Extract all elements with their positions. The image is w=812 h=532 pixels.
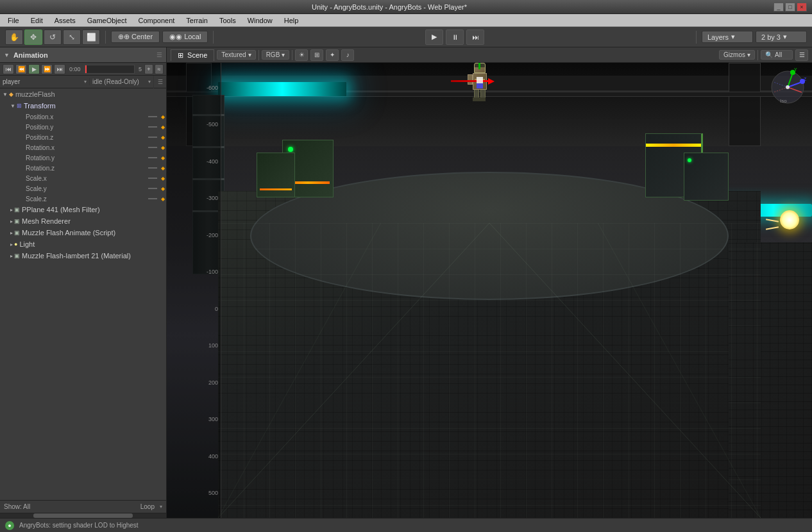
prop-rx-label: Rotation.x: [0, 144, 148, 151]
anim-play-button[interactable]: ▶: [28, 64, 40, 74]
scale-tool-button[interactable]: ⤡: [63, 29, 81, 45]
prop-position-y[interactable]: Position.y ◆: [0, 122, 166, 132]
player-arrow-icon: ▾: [84, 79, 87, 85]
anim-stepback-button[interactable]: ⏪: [15, 64, 27, 74]
tree-mesh-renderer[interactable]: ▸ ▣ Mesh Renderer: [0, 215, 166, 227]
prop-rx-kf-icon: ◆: [161, 145, 165, 151]
h-scrollbar-thumb[interactable]: [33, 513, 133, 518]
ruler-100-neg: -100: [167, 269, 221, 275]
scene-all-dropdown[interactable]: 🔍 All: [761, 50, 793, 60]
left-panel: ▼ Animation ☰ ⏮ ⏪ ▶ ⏩ ⏭ 0:00 5 + ≈ playe…: [0, 47, 167, 518]
menu-help[interactable]: Help: [279, 16, 304, 25]
status-icon: ●: [5, 521, 14, 530]
script-type-icon: ▣: [14, 229, 20, 236]
tree-script[interactable]: ▸ ▣ Muzzle Flash Animate (Script): [0, 227, 166, 238]
menu-component[interactable]: Component: [133, 16, 180, 25]
scene-grid-button[interactable]: ⊞: [310, 49, 323, 61]
ruler-500: 500: [167, 490, 221, 496]
gizmo-x-arrowhead: [488, 78, 495, 85]
anim-menu-icon[interactable]: ☰: [156, 51, 162, 58]
rotate-tool-button[interactable]: ↺: [44, 29, 62, 45]
minimize-button[interactable]: _: [774, 3, 784, 12]
anim-end-button[interactable]: ⏭: [54, 64, 65, 74]
tree-root[interactable]: ▼ ◆ muzzleFlash: [0, 88, 166, 100]
transform-arrow-icon: ▼: [10, 103, 15, 109]
menu-edit[interactable]: Edit: [26, 16, 48, 25]
center-button[interactable]: ⊕ ⊕ Center: [111, 31, 160, 43]
right-floor: [729, 242, 812, 518]
maximize-button[interactable]: □: [785, 3, 795, 12]
play-button[interactable]: ▶: [425, 29, 443, 45]
close-button[interactable]: ×: [797, 3, 807, 12]
prop-scale-x[interactable]: Scale.x ◆: [0, 173, 166, 183]
prop-position-x[interactable]: Position.x ◆: [0, 112, 166, 122]
prop-ry-label: Rotation.y: [0, 154, 148, 162]
scene-tab[interactable]: ⊞ Scene: [171, 49, 214, 61]
mesh-filter-type-icon: ▣: [14, 206, 20, 213]
ruler-0: 0: [167, 306, 221, 312]
gizmo-center-box: [477, 77, 483, 83]
layout-dropdown[interactable]: 2 by 3 ▾: [756, 31, 807, 43]
prop-sy-kf-icon: ◆: [161, 186, 165, 192]
scene-sun-button[interactable]: ☀: [295, 49, 308, 61]
prop-position-z[interactable]: Position.z ◆: [0, 132, 166, 142]
pause-button[interactable]: ⏸: [446, 29, 464, 45]
move-tool-button[interactable]: ✥: [24, 29, 42, 45]
prop-scale-y[interactable]: Scale.y ◆: [0, 183, 166, 194]
state-selector[interactable]: idle (Read-Only) ▾: [90, 78, 153, 85]
anim-stepfwd-button[interactable]: ⏩: [41, 64, 53, 74]
anim-collapse-icon[interactable]: ▼: [4, 52, 10, 58]
local-button[interactable]: ◉ ◉ Local: [162, 31, 208, 43]
rect-tool-button[interactable]: ⬜: [82, 29, 100, 45]
ruler-100: 100: [167, 342, 221, 349]
cargo-indicator-2: [688, 158, 691, 162]
gizmo-widget[interactable]: Y Z Iso: [768, 68, 807, 106]
scene-toolbar: ⊞ Scene Textured ▾ RGB ▾ ☀ ⊞ ✦ ♪ Gizmos …: [167, 47, 812, 63]
prop-sx-bar: [148, 178, 157, 179]
gizmos-arrow-icon: ▾: [747, 51, 750, 58]
menu-assets[interactable]: Assets: [49, 16, 81, 25]
all-label: All: [775, 51, 782, 58]
prop-sz-bar: [148, 198, 157, 199]
menu-tools[interactable]: Tools: [214, 16, 241, 25]
channel-dropdown[interactable]: RGB ▾: [262, 50, 290, 60]
hand-tool-button[interactable]: ✋: [5, 29, 23, 45]
prop-scale-z[interactable]: Scale.z ◆: [0, 194, 166, 204]
view-mode-dropdown[interactable]: Textured ▾: [217, 50, 255, 60]
scene-settings-button[interactable]: ☰: [795, 49, 808, 61]
menu-gameobject[interactable]: GameObject: [82, 16, 132, 25]
cargo-box-2: [257, 153, 295, 197]
h-scrollbar[interactable]: [0, 513, 166, 518]
settings-icon: ☰: [158, 79, 163, 85]
menu-file[interactable]: File: [3, 16, 24, 25]
tree-material[interactable]: ▸ ▣ Muzzle Flash-lambert 21 (Material): [0, 250, 166, 262]
scene-separator-2: [292, 50, 292, 60]
anim-add-keyframe-button[interactable]: +: [144, 64, 153, 74]
tree-mesh-filter[interactable]: ▸ ▣ PPlane 441 (Mesh Filter): [0, 204, 166, 215]
tree-transform[interactable]: ▼ ⊞ Transform: [0, 100, 166, 112]
anim-add-curve-button[interactable]: ≈: [155, 64, 164, 74]
sun-indicator: [780, 210, 799, 229]
menu-window[interactable]: Window: [242, 16, 278, 25]
gizmos-dropdown[interactable]: Gizmos ▾: [719, 50, 755, 60]
prop-rotation-x[interactable]: Rotation.x ◆: [0, 142, 166, 153]
cargo-indicator-1: [288, 147, 293, 152]
scene-audio-button[interactable]: ♪: [341, 49, 354, 61]
prop-rotation-z[interactable]: Rotation.z ◆: [0, 163, 166, 173]
prop-sx-kf-icon: ◆: [161, 176, 165, 181]
status-message: AngryBots: setting shader LOD to Highest: [19, 522, 139, 529]
tree-light[interactable]: ▸ ● Light: [0, 238, 166, 250]
anim-rewind-button[interactable]: ⏮: [3, 64, 14, 74]
menu-terrain[interactable]: Terrain: [181, 16, 213, 25]
gizmo-x-arrow: [451, 80, 489, 82]
window-controls[interactable]: _ □ ×: [774, 3, 807, 12]
center-icon: ⊕: [118, 33, 124, 41]
scene-canvas[interactable]: -600 -500 -400 -300 -200 -100 0 100 200 …: [167, 63, 812, 518]
prop-rotation-y[interactable]: Rotation.y ◆: [0, 153, 166, 163]
scene-fx-button[interactable]: ✦: [326, 49, 339, 61]
layers-dropdown[interactable]: Layers ▾: [702, 31, 753, 43]
player-selector[interactable]: player ▾: [0, 78, 90, 85]
step-button[interactable]: ⏭: [466, 29, 484, 45]
anim-settings-button[interactable]: ☰: [153, 76, 166, 88]
anim-timeline-bar[interactable]: [85, 65, 135, 74]
